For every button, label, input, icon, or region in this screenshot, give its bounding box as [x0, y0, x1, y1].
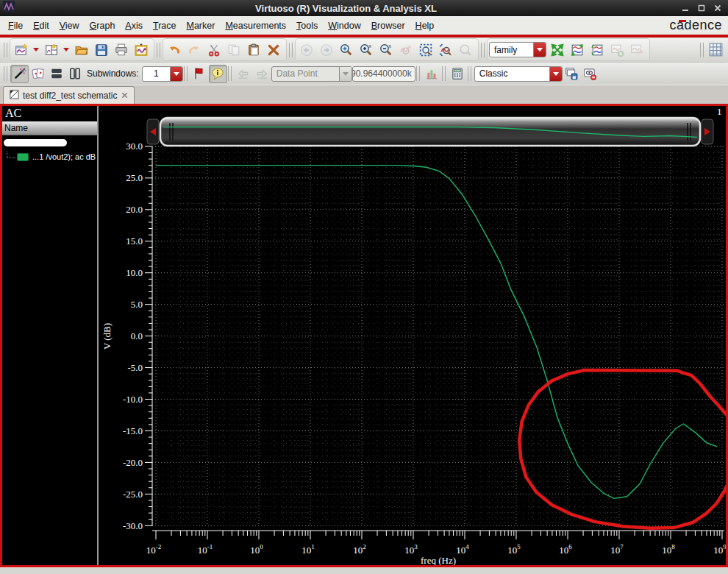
zoom-waveform-button[interactable] — [436, 40, 454, 59]
main-toolbar: x x family — [0, 38, 728, 62]
graph-tab-icon — [10, 90, 19, 102]
minimize-button[interactable] — [677, 2, 693, 14]
next-view-button[interactable] — [317, 40, 335, 59]
data-point-combo-arrow-icon[interactable] — [339, 66, 351, 82]
new-graph-button[interactable] — [12, 40, 30, 59]
title-bar: Virtuoso (R) Visualization & Analysis XL — [0, 0, 728, 16]
style-combo-arrow-icon[interactable] — [549, 66, 562, 82]
tab-test-diff2[interactable]: test diff2_test schematic — [3, 86, 135, 104]
toolbar-handle[interactable] — [442, 66, 446, 81]
save-button[interactable] — [92, 40, 110, 59]
copy-graph-button[interactable] — [607, 40, 626, 59]
previous-view-button[interactable] — [297, 40, 315, 59]
toolbar-handle[interactable] — [184, 66, 188, 81]
previous-point-button[interactable] — [235, 65, 253, 83]
legend-color-swatch[interactable] — [17, 153, 29, 161]
calculator-button[interactable] — [449, 65, 467, 83]
family-combo[interactable]: family — [489, 42, 546, 57]
copy-button[interactable] — [224, 40, 243, 59]
close-button[interactable] — [710, 2, 726, 14]
toolbar-handle[interactable] — [416, 66, 420, 81]
plot-canvas[interactable]: -30.0-25.0-20.0-15.0-10.0-5.00.05.010.01… — [99, 106, 726, 565]
legend-item[interactable]: ...1 /vout2); ac dB2 — [4, 150, 97, 163]
wizard-button[interactable] — [10, 65, 29, 83]
flag-button[interactable] — [190, 65, 209, 83]
svg-text:-25.0: -25.0 — [123, 489, 143, 500]
menu-help[interactable]: Help — [410, 18, 440, 33]
subwindows-combo-arrow-icon[interactable] — [170, 66, 182, 82]
menu-bar: File Edit View Graph Axis Trace Marker M… — [0, 16, 728, 35]
subwindows-label: Subwindows: — [87, 68, 139, 79]
menu-file[interactable]: File — [3, 18, 28, 33]
menu-window[interactable]: Window — [323, 18, 365, 33]
histogram-button[interactable] — [423, 65, 441, 83]
subwindows-combo[interactable]: 1 — [142, 66, 183, 82]
style-combo[interactable]: Classic — [474, 66, 563, 82]
data-point-combo[interactable]: Data Point — [271, 66, 352, 82]
pan-button[interactable] — [396, 40, 415, 59]
toolbar-handle[interactable] — [700, 43, 704, 57]
new-subwindow-dropdown-icon[interactable] — [63, 48, 69, 52]
strip-chart-button[interactable] — [568, 40, 586, 59]
menu-axis[interactable]: Axis — [120, 18, 148, 33]
menu-view[interactable]: View — [54, 18, 85, 33]
svg-text:30.0: 30.0 — [126, 141, 143, 152]
table-grid-button[interactable] — [707, 40, 725, 59]
panel-horizontal-scrollbar[interactable] — [4, 139, 67, 146]
menu-browser[interactable]: Browser — [366, 18, 410, 33]
new-graph-dropdown-icon[interactable] — [33, 48, 39, 52]
family-combo-arrow-icon[interactable] — [533, 42, 546, 57]
open-button[interactable] — [72, 40, 90, 59]
cut-button[interactable] — [204, 40, 223, 59]
next-point-button[interactable] — [253, 65, 271, 83]
tab-close-icon[interactable] — [121, 92, 128, 99]
maximize-button[interactable] — [693, 2, 710, 14]
zoom-out-button[interactable]: x — [377, 40, 395, 59]
toolbar-handle[interactable] — [228, 66, 232, 81]
graph-subwindow[interactable]: AC Name ...1 /vout2); ac dB2 -30.0-25.0-… — [0, 104, 728, 567]
move-graph-button[interactable] — [627, 40, 646, 59]
style-combo-value: Classic — [475, 68, 549, 79]
menu-edit[interactable]: Edit — [28, 18, 54, 33]
zoom-in-button[interactable]: x — [357, 40, 375, 59]
menu-trace[interactable]: Trace — [148, 18, 182, 33]
info-balloon-button[interactable] — [209, 65, 227, 83]
cards-button[interactable] — [29, 65, 47, 83]
zoom-circle-button[interactable] — [456, 40, 474, 59]
new-subwindow-button[interactable] — [42, 40, 60, 59]
horizontal-strips-button[interactable] — [47, 65, 65, 83]
save-state-button[interactable] — [563, 65, 581, 83]
menu-measurements[interactable]: Measurements — [220, 18, 291, 33]
svg-text:20.0: 20.0 — [126, 204, 143, 215]
svg-text:-20.0: -20.0 — [123, 457, 143, 468]
undo-button[interactable] — [165, 40, 183, 59]
export-image-button[interactable] — [132, 40, 150, 59]
toolbar-handle[interactable] — [481, 43, 485, 57]
name-column-header[interactable]: Name — [2, 121, 97, 135]
toolbar-handle[interactable] — [289, 43, 293, 57]
paste-button[interactable] — [244, 40, 263, 59]
menu-graph[interactable]: Graph — [85, 18, 121, 33]
menu-marker[interactable]: Marker — [181, 18, 220, 33]
zoom-box-button[interactable] — [416, 40, 435, 59]
redo-button[interactable] — [185, 40, 203, 59]
toolbar-handle[interactable] — [4, 43, 7, 57]
app-icon — [3, 1, 15, 15]
toolbar-handle[interactable] — [157, 43, 160, 57]
zoom-fit-button[interactable] — [337, 40, 355, 59]
menu-tools[interactable]: Tools — [291, 18, 323, 33]
svg-text:x: x — [368, 43, 371, 49]
print-button[interactable] — [112, 40, 130, 59]
data-value-field[interactable]: 90.964400000k — [352, 66, 415, 82]
delete-button[interactable] — [264, 40, 282, 59]
hide-window-button[interactable] — [581, 65, 599, 83]
vertical-strips-button[interactable] — [65, 65, 84, 83]
toolbar-handle[interactable] — [4, 66, 7, 81]
svg-text:-15.0: -15.0 — [123, 425, 143, 436]
svg-text:100: 100 — [250, 543, 263, 556]
file-group — [10, 39, 154, 60]
expand-strips-button[interactable] — [548, 40, 566, 59]
overlay-chart-button[interactable] — [588, 40, 606, 59]
svg-text:x: x — [388, 43, 391, 49]
toolbar-handle[interactable] — [468, 66, 471, 81]
